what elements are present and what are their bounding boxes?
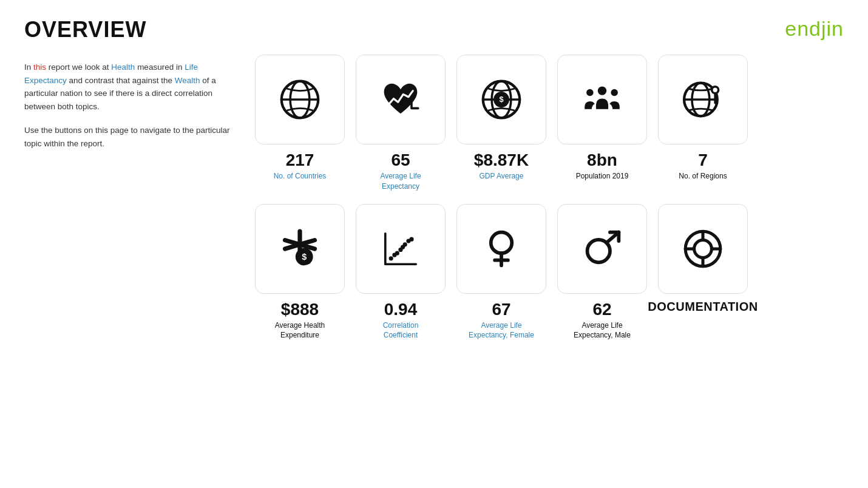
svg-point-15: [713, 88, 717, 92]
stats-row-1: 217 No. of Countries 65 Average LifeExpe…: [255, 55, 844, 192]
main-content: In this report we look at Health measure…: [0, 42, 868, 353]
stat-card-documentation: [658, 204, 748, 294]
regions-value: 7: [698, 151, 708, 170]
page-title: OVERVIEW: [24, 17, 146, 42]
stat-card-female: [456, 204, 546, 294]
life-male-label: Average LifeExpectancy, Male: [574, 320, 631, 341]
stat-card-life: [356, 55, 446, 144]
life-female-label: Average LifeExpectancy, Female: [469, 320, 534, 341]
male-icon: [578, 225, 626, 273]
stat-life-male: 62 Average LifeExpectancy, Male: [557, 204, 647, 341]
svg-point-25: [395, 251, 399, 255]
logo: endjin: [785, 17, 844, 41]
stat-card-population: [557, 55, 647, 144]
people-icon: [578, 75, 626, 124]
svg-point-9: [586, 89, 594, 97]
medical-dollar-icon: $: [276, 225, 324, 273]
stat-card-regions: [658, 55, 748, 144]
stat-countries: 217 No. of Countries: [255, 55, 345, 192]
gdp-value: $8.87K: [474, 151, 529, 170]
svg-point-28: [403, 242, 407, 246]
documentation-label[interactable]: DOCUMENTATION: [648, 300, 758, 314]
stat-gdp: $ $8.87K GDP Average: [456, 55, 546, 192]
stat-population: 8bn Population 2019: [557, 55, 647, 192]
life-expectancy-value: 65: [391, 151, 410, 170]
life-female-value: 67: [492, 300, 510, 319]
stats-row-2: $ $888 Average HealthExpenditure: [255, 204, 844, 341]
gdp-label: GDP Average: [480, 171, 524, 181]
stat-card-male: [557, 204, 647, 294]
stat-card-countries: [255, 55, 345, 144]
female-icon: [477, 225, 526, 273]
svg-point-31: [491, 232, 512, 253]
population-label: Population 2019: [576, 171, 629, 181]
globe-pin-icon: [679, 75, 727, 124]
stat-card-gdp: $: [456, 55, 546, 144]
svg-point-8: [598, 86, 606, 95]
globe-dollar-icon: $: [477, 75, 526, 124]
stat-regions: 7 No. of Regions: [658, 55, 748, 192]
svg-point-10: [611, 89, 618, 97]
stat-correlation: 0.94 CorrelationCoefficient: [356, 204, 446, 341]
description-2: Use the buttons on this page to navigate…: [24, 124, 231, 150]
stat-documentation: DOCUMENTATION: [658, 204, 748, 341]
svg-text:$: $: [302, 252, 307, 262]
page-header: OVERVIEW endjin: [0, 0, 868, 42]
health-expenditure-value: $888: [281, 300, 319, 319]
left-panel: In this report we look at Health measure…: [24, 55, 231, 341]
health-expenditure-label: Average HealthExpenditure: [275, 320, 325, 341]
stat-life-female: 67 Average LifeExpectancy, Female: [456, 204, 546, 341]
regions-label: No. of Regions: [679, 171, 727, 181]
stat-life-expectancy: 65 Average LifeExpectancy: [356, 55, 446, 192]
svg-point-23: [389, 256, 393, 260]
countries-value: 217: [286, 151, 314, 170]
stat-card-correlation: [356, 204, 446, 294]
population-value: 8bn: [587, 151, 617, 170]
svg-text:$: $: [499, 95, 504, 104]
lifebuoy-icon: [679, 225, 727, 273]
stat-health-expenditure: $ $888 Average HealthExpenditure: [255, 204, 345, 341]
countries-label: No. of Countries: [274, 171, 327, 181]
heart-chart-icon: [376, 75, 425, 124]
svg-point-30: [409, 237, 413, 241]
scatter-chart-icon: [376, 225, 425, 273]
life-expectancy-label: Average LifeExpectancy: [380, 171, 421, 192]
globe-icon: [276, 75, 324, 124]
correlation-label: CorrelationCoefficient: [383, 320, 419, 341]
life-male-value: 62: [592, 300, 611, 319]
right-panel: 217 No. of Countries 65 Average LifeExpe…: [255, 55, 844, 341]
correlation-value: 0.94: [384, 300, 418, 319]
description-1: In this report we look at Health measure…: [24, 61, 231, 113]
stat-card-health: $: [255, 204, 345, 294]
svg-point-37: [694, 240, 712, 257]
